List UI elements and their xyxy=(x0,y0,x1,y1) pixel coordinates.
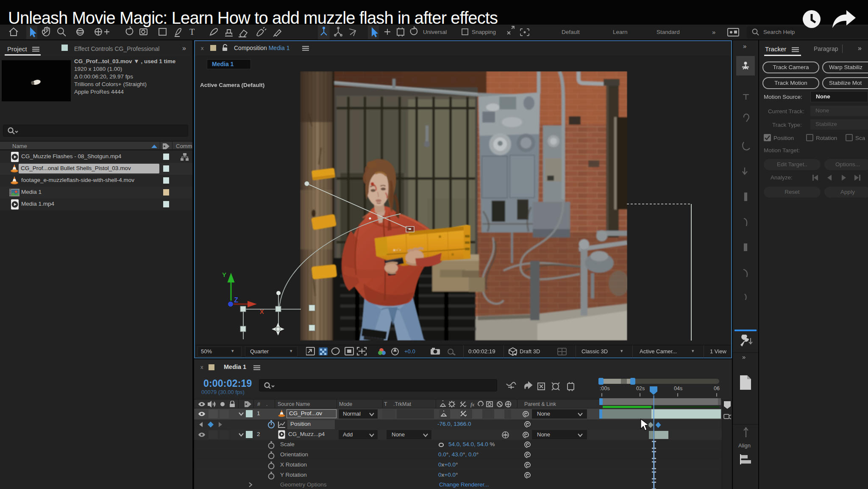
svg-text:Snapping: Snapping xyxy=(472,29,496,35)
svg-text:Search Help: Search Help xyxy=(763,29,795,35)
svg-text:X: X xyxy=(260,308,264,315)
svg-text:»: » xyxy=(712,28,715,36)
svg-text:Default: Default xyxy=(562,29,580,35)
svg-text:Learn: Learn xyxy=(613,29,628,35)
svg-text:Standard: Standard xyxy=(657,29,680,35)
svg-text:fx: fx xyxy=(470,401,475,408)
svg-text:Z: Z xyxy=(234,296,238,304)
svg-text:T: T xyxy=(189,27,195,36)
svg-text:Universal: Universal xyxy=(423,29,447,35)
svg-text:Y: Y xyxy=(222,271,226,278)
